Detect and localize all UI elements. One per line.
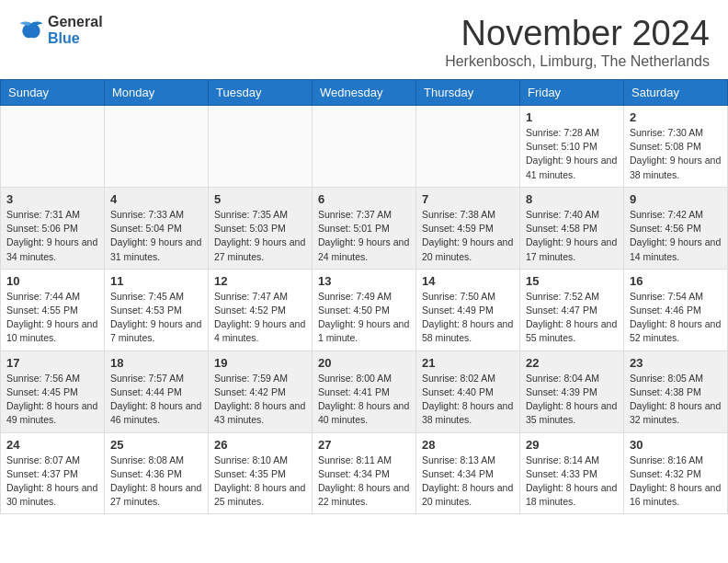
day-info: Sunrise: 7:33 AM Sunset: 5:04 PM Dayligh… [110,208,202,264]
calendar-week-row: 10Sunrise: 7:44 AM Sunset: 4:55 PM Dayli… [1,269,728,350]
calendar-table: SundayMondayTuesdayWednesdayThursdayFrid… [0,79,728,514]
calendar-cell: 16Sunrise: 7:54 AM Sunset: 4:46 PM Dayli… [624,269,728,350]
day-info: Sunrise: 7:57 AM Sunset: 4:44 PM Dayligh… [110,372,202,428]
day-info: Sunrise: 7:30 AM Sunset: 5:08 PM Dayligh… [630,126,722,182]
column-header-sunday: Sunday [1,80,105,106]
day-info: Sunrise: 7:40 AM Sunset: 4:58 PM Dayligh… [526,208,618,264]
calendar-cell: 29Sunrise: 8:14 AM Sunset: 4:33 PM Dayli… [520,432,624,514]
location-subtitle: Herkenbosch, Limburg, The Netherlands [445,53,710,70]
day-info: Sunrise: 7:47 AM Sunset: 4:52 PM Dayligh… [214,290,306,346]
day-number: 20 [318,356,410,370]
day-number: 2 [630,110,722,124]
day-info: Sunrise: 7:38 AM Sunset: 4:59 PM Dayligh… [422,208,514,264]
calendar-cell: 14Sunrise: 7:50 AM Sunset: 4:49 PM Dayli… [416,269,520,350]
day-number: 14 [422,274,514,288]
day-number: 23 [630,356,722,370]
day-info: Sunrise: 8:16 AM Sunset: 4:32 PM Dayligh… [630,454,722,510]
calendar-cell: 12Sunrise: 7:47 AM Sunset: 4:52 PM Dayli… [209,269,313,350]
day-info: Sunrise: 7:28 AM Sunset: 5:10 PM Dayligh… [526,126,618,182]
column-header-tuesday: Tuesday [209,80,313,106]
day-number: 3 [6,192,98,206]
column-header-thursday: Thursday [416,80,520,106]
day-info: Sunrise: 8:05 AM Sunset: 4:38 PM Dayligh… [630,372,722,428]
column-header-friday: Friday [520,80,624,106]
day-number: 17 [6,356,98,370]
day-number: 16 [630,274,722,288]
day-number: 30 [630,438,722,452]
calendar-cell: 8Sunrise: 7:40 AM Sunset: 4:58 PM Daylig… [520,187,624,269]
calendar-cell: 22Sunrise: 8:04 AM Sunset: 4:39 PM Dayli… [520,350,624,432]
day-number: 11 [110,274,202,288]
day-info: Sunrise: 7:52 AM Sunset: 4:47 PM Dayligh… [526,290,618,346]
day-number: 7 [422,192,514,206]
day-number: 21 [422,356,514,370]
column-header-saturday: Saturday [624,80,728,106]
day-number: 13 [318,274,410,288]
calendar-cell: 19Sunrise: 7:59 AM Sunset: 4:42 PM Dayli… [209,350,313,432]
calendar-cell: 7Sunrise: 7:38 AM Sunset: 4:59 PM Daylig… [416,187,520,269]
day-number: 5 [214,192,306,206]
calendar-cell: 17Sunrise: 7:56 AM Sunset: 4:45 PM Dayli… [1,350,105,432]
day-number: 8 [526,192,618,206]
calendar-week-row: 3Sunrise: 7:31 AM Sunset: 5:06 PM Daylig… [1,187,728,269]
day-info: Sunrise: 8:00 AM Sunset: 4:41 PM Dayligh… [318,372,410,428]
day-info: Sunrise: 7:50 AM Sunset: 4:49 PM Dayligh… [422,290,514,346]
logo-text: General Blue [48,14,103,47]
calendar-cell: 10Sunrise: 7:44 AM Sunset: 4:55 PM Dayli… [1,269,105,350]
calendar-cell: 23Sunrise: 8:05 AM Sunset: 4:38 PM Dayli… [624,350,728,432]
day-info: Sunrise: 7:54 AM Sunset: 4:46 PM Dayligh… [630,290,722,346]
calendar-cell [313,106,416,188]
day-number: 19 [214,356,306,370]
calendar-cell: 11Sunrise: 7:45 AM Sunset: 4:53 PM Dayli… [105,269,209,350]
day-info: Sunrise: 8:14 AM Sunset: 4:33 PM Dayligh… [526,454,618,510]
calendar-cell: 25Sunrise: 8:08 AM Sunset: 4:36 PM Dayli… [105,432,209,514]
day-info: Sunrise: 7:31 AM Sunset: 5:06 PM Dayligh… [6,208,98,264]
day-info: Sunrise: 7:45 AM Sunset: 4:53 PM Dayligh… [110,290,202,346]
day-number: 27 [318,438,410,452]
column-header-monday: Monday [105,80,209,106]
day-number: 26 [214,438,306,452]
calendar-week-row: 17Sunrise: 7:56 AM Sunset: 4:45 PM Dayli… [1,350,728,432]
calendar-cell [1,106,105,188]
day-info: Sunrise: 7:42 AM Sunset: 4:56 PM Dayligh… [630,208,722,264]
calendar-cell: 5Sunrise: 7:35 AM Sunset: 5:03 PM Daylig… [209,187,313,269]
calendar-cell: 18Sunrise: 7:57 AM Sunset: 4:44 PM Dayli… [105,350,209,432]
calendar-cell [209,106,313,188]
calendar-cell: 26Sunrise: 8:10 AM Sunset: 4:35 PM Dayli… [209,432,313,514]
page-header: General Blue November 2024 Herkenbosch, … [0,0,728,79]
calendar-cell: 30Sunrise: 8:16 AM Sunset: 4:32 PM Dayli… [624,432,728,514]
calendar-header-row: SundayMondayTuesdayWednesdayThursdayFrid… [1,80,728,106]
calendar-cell: 15Sunrise: 7:52 AM Sunset: 4:47 PM Dayli… [520,269,624,350]
calendar-cell: 3Sunrise: 7:31 AM Sunset: 5:06 PM Daylig… [1,187,105,269]
calendar-week-row: 1Sunrise: 7:28 AM Sunset: 5:10 PM Daylig… [1,106,728,188]
day-info: Sunrise: 7:49 AM Sunset: 4:50 PM Dayligh… [318,290,410,346]
day-number: 4 [110,192,202,206]
month-title: November 2024 [445,14,710,53]
day-info: Sunrise: 8:13 AM Sunset: 4:34 PM Dayligh… [422,454,514,510]
day-number: 10 [6,274,98,288]
day-number: 6 [318,192,410,206]
day-number: 29 [526,438,618,452]
title-area: November 2024 Herkenbosch, Limburg, The … [445,14,710,70]
calendar-cell: 28Sunrise: 8:13 AM Sunset: 4:34 PM Dayli… [416,432,520,514]
column-header-wednesday: Wednesday [313,80,416,106]
day-info: Sunrise: 8:07 AM Sunset: 4:37 PM Dayligh… [6,454,98,510]
calendar-cell: 20Sunrise: 8:00 AM Sunset: 4:41 PM Dayli… [313,350,416,432]
day-number: 18 [110,356,202,370]
logo-bird-icon [18,20,44,40]
calendar-cell: 13Sunrise: 7:49 AM Sunset: 4:50 PM Dayli… [313,269,416,350]
day-number: 12 [214,274,306,288]
calendar-cell [416,106,520,188]
day-number: 15 [526,274,618,288]
day-number: 9 [630,192,722,206]
calendar-cell: 9Sunrise: 7:42 AM Sunset: 4:56 PM Daylig… [624,187,728,269]
day-number: 1 [526,110,618,124]
day-info: Sunrise: 7:59 AM Sunset: 4:42 PM Dayligh… [214,372,306,428]
calendar-cell: 27Sunrise: 8:11 AM Sunset: 4:34 PM Dayli… [313,432,416,514]
day-info: Sunrise: 8:02 AM Sunset: 4:40 PM Dayligh… [422,372,514,428]
day-number: 24 [6,438,98,452]
calendar-cell: 21Sunrise: 8:02 AM Sunset: 4:40 PM Dayli… [416,350,520,432]
day-number: 28 [422,438,514,452]
logo: General Blue [18,14,103,47]
day-info: Sunrise: 8:08 AM Sunset: 4:36 PM Dayligh… [110,454,202,510]
